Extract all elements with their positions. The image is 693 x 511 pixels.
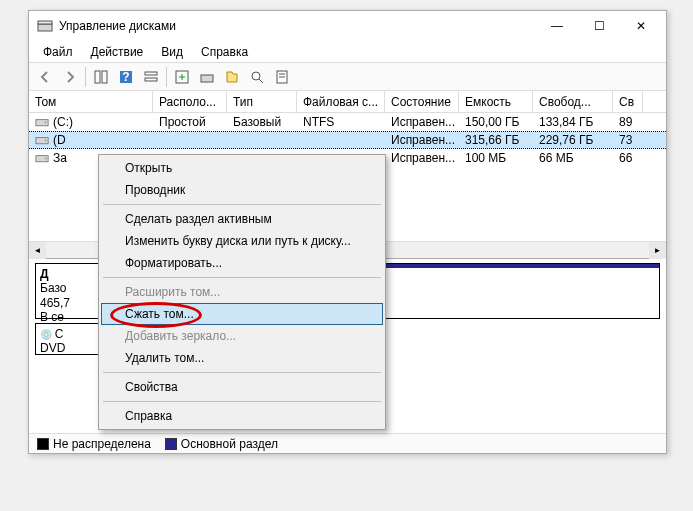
minimize-button[interactable]: — xyxy=(536,12,578,40)
maximize-button[interactable]: ☐ xyxy=(578,12,620,40)
help-icon[interactable]: ? xyxy=(114,66,138,88)
cell: Исправен... xyxy=(385,132,459,148)
menu-separator xyxy=(103,277,381,278)
col-pct[interactable]: Св xyxy=(613,91,643,112)
action-icon[interactable] xyxy=(220,66,244,88)
col-status[interactable]: Состояние xyxy=(385,91,459,112)
svg-point-16 xyxy=(45,121,47,123)
svg-rect-17 xyxy=(36,137,48,143)
menu-action[interactable]: Действие xyxy=(83,43,152,61)
svg-rect-0 xyxy=(38,24,52,31)
cell: Исправен... xyxy=(385,149,459,167)
cell: 315,66 ГБ xyxy=(459,132,533,148)
svg-line-11 xyxy=(259,79,263,83)
cell xyxy=(227,132,297,148)
context-menu-item[interactable]: Сделать раздел активным xyxy=(101,208,383,230)
scan-disks-icon[interactable] xyxy=(195,66,219,88)
volume-row[interactable]: (C:)ПростойБазовыйNTFSИсправен...150,00 … xyxy=(29,113,666,131)
cell: Базовый xyxy=(227,113,297,131)
cell: (C:) xyxy=(29,113,153,131)
toolbar: ? xyxy=(29,63,666,91)
legend-primary: Основной раздел xyxy=(165,437,278,451)
col-layout[interactable]: Располо... xyxy=(153,91,227,112)
window-title: Управление дисками xyxy=(59,19,536,33)
col-volume[interactable]: Том xyxy=(29,91,153,112)
scroll-right-button[interactable]: ► xyxy=(649,242,666,259)
svg-rect-15 xyxy=(36,119,48,125)
context-menu-item[interactable]: Форматировать... xyxy=(101,252,383,274)
context-menu: ОткрытьПроводникСделать раздел активнымИ… xyxy=(98,154,386,430)
context-menu-item[interactable]: Изменить букву диска или путь к диску... xyxy=(101,230,383,252)
menu-help[interactable]: Справка xyxy=(193,43,256,61)
col-free[interactable]: Свобод... xyxy=(533,91,613,112)
legend-unallocated: Не распределена xyxy=(37,437,151,451)
context-menu-item[interactable]: Свойства xyxy=(101,376,383,398)
volume-icon xyxy=(35,152,49,164)
menu-separator xyxy=(103,372,381,373)
svg-point-10 xyxy=(252,72,260,80)
legend: Не распределена Основной раздел xyxy=(29,433,666,453)
cell: 229,76 ГБ xyxy=(533,132,613,148)
menu-file[interactable]: Файл xyxy=(35,43,81,61)
svg-point-18 xyxy=(45,139,47,141)
svg-rect-19 xyxy=(36,155,48,161)
app-icon xyxy=(37,18,53,34)
svg-rect-3 xyxy=(102,71,107,83)
cell: Исправен... xyxy=(385,113,459,131)
cell: 66 МБ xyxy=(533,149,613,167)
cell xyxy=(153,132,227,148)
cell xyxy=(297,132,385,148)
cell: 73 xyxy=(613,132,643,148)
cell: Простой xyxy=(153,113,227,131)
volume-icon xyxy=(35,116,49,128)
svg-rect-9 xyxy=(201,75,213,82)
properties-icon[interactable] xyxy=(270,66,294,88)
volume-icon xyxy=(35,134,49,146)
cell: 89 xyxy=(613,113,643,131)
context-menu-item[interactable]: Сжать том... xyxy=(101,303,383,325)
cell: NTFS xyxy=(297,113,385,131)
menu-view[interactable]: Вид xyxy=(153,43,191,61)
forward-button[interactable] xyxy=(58,66,82,88)
context-menu-item: Добавить зеркало... xyxy=(101,325,383,347)
column-headers: Том Располо... Тип Файловая с... Состоян… xyxy=(29,91,666,113)
scroll-left-button[interactable]: ◄ xyxy=(29,242,46,259)
svg-text:?: ? xyxy=(122,70,129,84)
cell: (D xyxy=(29,132,153,148)
context-menu-item[interactable]: Справка xyxy=(101,405,383,427)
context-menu-item: Расширить том... xyxy=(101,281,383,303)
context-menu-item[interactable]: Удалить том... xyxy=(101,347,383,369)
menubar: Файл Действие Вид Справка xyxy=(29,41,666,63)
menu-separator xyxy=(103,401,381,402)
svg-rect-7 xyxy=(145,78,157,81)
back-button[interactable] xyxy=(33,66,57,88)
col-fs[interactable]: Файловая с... xyxy=(297,91,385,112)
menu-separator xyxy=(103,204,381,205)
titlebar[interactable]: Управление дисками — ☐ ✕ xyxy=(29,11,666,41)
col-type[interactable]: Тип xyxy=(227,91,297,112)
settings-icon[interactable] xyxy=(139,66,163,88)
cell: 100 МБ xyxy=(459,149,533,167)
col-capacity[interactable]: Емкость xyxy=(459,91,533,112)
close-button[interactable]: ✕ xyxy=(620,12,662,40)
volume-row[interactable]: (DИсправен...315,66 ГБ229,76 ГБ73 xyxy=(29,131,666,149)
cell: 66 xyxy=(613,149,643,167)
cell: 150,00 ГБ xyxy=(459,113,533,131)
context-menu-item[interactable]: Проводник xyxy=(101,179,383,201)
show-hide-button[interactable] xyxy=(89,66,113,88)
svg-point-20 xyxy=(45,157,47,159)
svg-rect-6 xyxy=(145,72,157,75)
svg-rect-2 xyxy=(95,71,100,83)
svg-rect-1 xyxy=(38,21,52,24)
refresh-icon[interactable] xyxy=(170,66,194,88)
highlight-ellipse xyxy=(110,302,202,328)
context-menu-item[interactable]: Открыть xyxy=(101,157,383,179)
cell: 133,84 ГБ xyxy=(533,113,613,131)
search-icon[interactable] xyxy=(245,66,269,88)
